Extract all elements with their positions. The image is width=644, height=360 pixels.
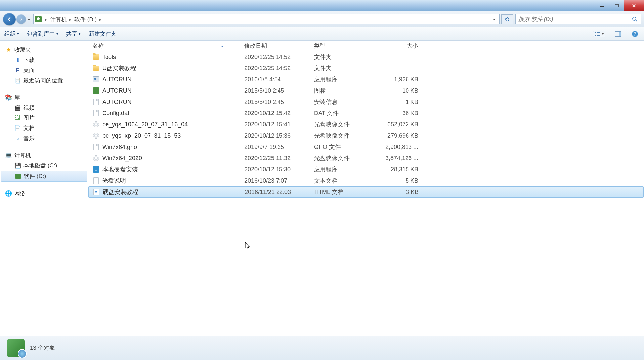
sidebar-computer[interactable]: 💻 计算机: [0, 150, 88, 160]
file-row[interactable]: 光盘说明2016/10/23 7:07文本文档5 KB: [88, 175, 644, 186]
breadcrumb-separator-icon[interactable]: ▸: [67, 17, 74, 22]
recent-icon: 📑: [14, 77, 21, 84]
titlebar[interactable]: [0, 0, 644, 11]
file-type: 应用程序: [310, 165, 379, 173]
file-name: pe_yqs_xp_20_07_31_15_53: [102, 132, 181, 139]
file-icon: [92, 143, 100, 151]
sidebar-videos[interactable]: 🎬 视频: [0, 103, 88, 113]
navbar: ▸ 计算机 ▸ 软件 (D:) ▸: [0, 11, 644, 27]
file-size: 279,696 KB: [379, 132, 422, 139]
sidebar-label: 网络: [14, 190, 25, 197]
file-name: AUTORUN: [102, 87, 132, 94]
file-size: 10 KB: [379, 87, 422, 94]
file-name: pe_yqs_1064_20_07_31_16_04: [102, 121, 188, 128]
video-icon: 🎬: [14, 105, 21, 111]
sidebar-label: 文档: [23, 124, 35, 132]
file-row[interactable]: 硬盘安装教程2016/11/21 22:03HTML 文档3 KB: [88, 186, 644, 198]
forward-button[interactable]: [16, 14, 26, 24]
file-date: 2020/12/25 11:32: [240, 155, 310, 162]
addressbar[interactable]: ▸ 计算机 ▸ 软件 (D:) ▸: [33, 14, 500, 24]
file-row[interactable]: Tools2020/12/25 14:52文件夹: [88, 51, 644, 63]
file-row[interactable]: AUTORUN2015/5/10 2:45安装信息1 KB: [88, 96, 644, 108]
file-name: Tools: [102, 54, 116, 61]
back-button[interactable]: [3, 13, 16, 25]
column-type[interactable]: 类型: [310, 42, 379, 50]
status-text: 13 个对象: [30, 344, 55, 352]
sidebar-music[interactable]: ♪ 音乐: [0, 133, 88, 144]
file-date: 2020/12/25 14:52: [240, 65, 310, 72]
file-icon: [92, 65, 100, 72]
breadcrumb-computer[interactable]: 计算机: [49, 16, 67, 23]
svg-rect-7: [595, 35, 596, 36]
breadcrumb-separator-icon[interactable]: ▸: [97, 17, 104, 22]
sidebar-label: 库: [14, 94, 20, 101]
history-dropdown[interactable]: [27, 14, 31, 24]
sidebar-recent[interactable]: 📑 最近访问的位置: [0, 75, 88, 86]
file-row[interactable]: Win7x64.gho2019/9/7 19:25GHO 文件2,900,813…: [88, 141, 644, 153]
refresh-button[interactable]: [501, 14, 513, 24]
help-button[interactable]: ?: [630, 29, 640, 39]
file-row[interactable]: AUTORUN2016/1/8 4:54应用程序1,926 KB: [88, 74, 644, 85]
include-library-button[interactable]: 包含到库中 ▾: [27, 30, 58, 38]
sidebar-drive-c[interactable]: 💾 本地磁盘 (C:): [0, 160, 88, 171]
breadcrumb-drive[interactable]: 软件 (D:): [74, 16, 97, 23]
file-size: 3 KB: [380, 189, 423, 196]
newfolder-button[interactable]: 新建文件夹: [89, 30, 117, 38]
sidebar-label: 视频: [23, 104, 35, 112]
column-name[interactable]: 名称▴: [88, 42, 240, 50]
sidebar-pictures[interactable]: 🖼 图片: [0, 113, 88, 123]
file-date: 2015/5/10 2:45: [240, 99, 310, 106]
breadcrumb-separator-icon[interactable]: ▸: [43, 17, 49, 22]
file-name: U盘安装教程: [102, 64, 136, 72]
file-row[interactable]: pe_yqs_1064_20_07_31_16_042020/10/12 15:…: [88, 119, 644, 130]
organize-button[interactable]: 组织 ▾: [4, 30, 19, 38]
sidebar-label: 计算机: [14, 152, 31, 159]
nav-arrows: [3, 13, 31, 25]
svg-rect-5: [595, 34, 596, 34]
column-size[interactable]: 大小: [379, 42, 422, 50]
share-button[interactable]: 共享 ▾: [66, 30, 81, 38]
file-size: 652,072 KB: [379, 121, 422, 128]
file-row[interactable]: AUTORUN2015/5/10 2:45图标10 KB: [88, 85, 644, 96]
searchbar[interactable]: [515, 14, 641, 24]
close-button[interactable]: [624, 0, 644, 11]
file-size: 3,874,126 ...: [379, 155, 422, 162]
file-row[interactable]: 本地硬盘安装2020/10/12 15:30应用程序28,315 KB: [88, 164, 644, 175]
address-dropdown[interactable]: [490, 14, 498, 24]
file-row[interactable]: pe_yqs_xp_20_07_31_15_532020/10/12 15:36…: [88, 130, 644, 141]
sidebar-label: 音乐: [23, 135, 35, 142]
column-date[interactable]: 修改日期: [240, 42, 310, 50]
status-drive-icon: [7, 339, 25, 357]
sidebar-network[interactable]: 🌐 网络: [0, 188, 88, 199]
sidebar-drive-d[interactable]: 软件 (D:): [1, 171, 87, 182]
file-type: DAT 文件: [310, 109, 379, 117]
maximize-button[interactable]: [609, 0, 624, 11]
library-icon: 📚: [5, 94, 12, 101]
statusbar: 13 个对象: [0, 336, 644, 360]
file-date: 2020/10/12 15:41: [240, 121, 310, 128]
file-row[interactable]: U盘安装教程2020/12/25 14:52文件夹: [88, 63, 644, 74]
svg-rect-0: [600, 6, 604, 7]
explorer-window: ▸ 计算机 ▸ 软件 (D:) ▸ 组织 ▾ 包含到库中 ▾ 共享 ▾ 新建文件…: [0, 0, 644, 360]
sidebar-libraries[interactable]: 📚 库: [0, 92, 88, 103]
filepane: 名称▴ 修改日期 类型 大小 Tools2020/12/25 14:52文件夹U…: [88, 41, 644, 336]
sidebar-documents[interactable]: 📄 文档: [0, 123, 88, 133]
file-icon: [92, 53, 100, 61]
preview-pane-button[interactable]: [613, 29, 623, 39]
file-date: 2019/9/7 19:25: [240, 144, 310, 151]
file-type: HTML 文档: [310, 188, 380, 196]
desktop-icon: 🖥: [14, 67, 21, 74]
search-input[interactable]: [518, 16, 632, 22]
minimize-button[interactable]: [594, 0, 609, 11]
file-row[interactable]: Config.dat2020/10/12 15:42DAT 文件36 KB: [88, 108, 644, 119]
file-name: AUTORUN: [102, 99, 132, 106]
file-type: 图标: [310, 87, 379, 95]
sidebar-favorites[interactable]: ★ 收藏夹: [0, 45, 88, 55]
view-options-button[interactable]: ▾: [593, 31, 605, 37]
file-size: 1,926 KB: [379, 76, 422, 83]
file-icon: [92, 166, 100, 173]
file-row[interactable]: Win7x64_20202020/12/25 11:32光盘映像文件3,874,…: [88, 153, 644, 164]
picture-icon: 🖼: [14, 115, 21, 121]
sidebar-downloads[interactable]: ⬇ 下载: [0, 55, 88, 65]
sidebar-desktop[interactable]: 🖥 桌面: [0, 65, 88, 75]
